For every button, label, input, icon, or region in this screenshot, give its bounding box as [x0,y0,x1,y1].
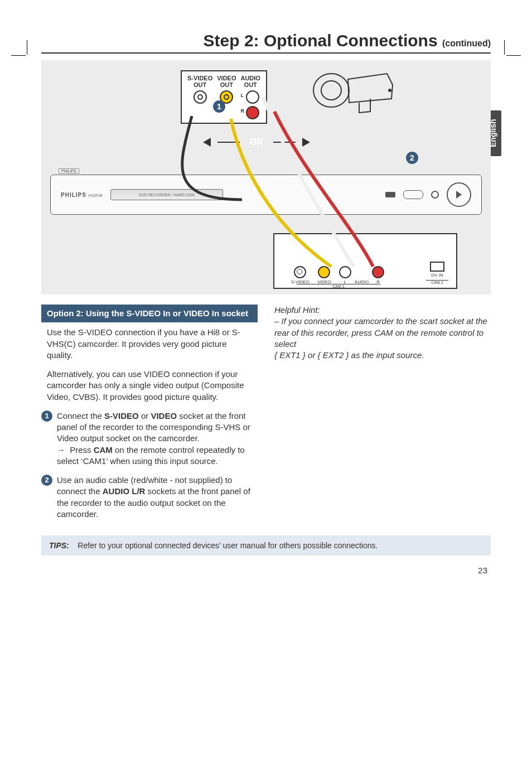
button-icon [403,190,423,199]
hint-label: Helpful Hint: [274,305,320,315]
fp-svideo: S-VIDEO [291,266,309,284]
fp-audio-label: AUDIO [355,268,369,284]
disc-slot: DVD RECORDER / HARD DISK [110,189,223,200]
cam1-label: CAM 1 [297,284,380,288]
svg-point-2 [388,89,391,92]
arrow-right-icon [302,138,310,147]
subbrand-text: HDRW [89,194,103,197]
arrow-icon: → [57,445,65,456]
paragraph: Use the S-VIDEO connection if you have a… [41,327,258,361]
arrow-left-icon [203,138,211,147]
svideo-jack-icon [194,90,207,104]
display-icon [385,192,395,197]
fp-audio-l: L [339,266,351,284]
page-title: Step 2: Optional Connections (continued) [41,31,491,54]
keyword: S-VIDEO [104,411,139,421]
label: OUT [240,81,260,88]
page-number: 23 [41,566,491,575]
play-knob-icon [447,182,471,207]
ext2: { EXT2 } [318,350,349,360]
heading-main: Step 2: Optional Connections [204,31,438,50]
callout-1: 1 [213,100,225,113]
camcorder-out-panel: S-VIDEO OUT VIDEO OUT AUDIO OUT L R [181,70,267,124]
dot-icon [431,191,439,199]
svideo-out-label: S-VIDEO OUT [187,75,212,104]
dvin-jack-icon [430,262,444,272]
camcorder-icon [309,68,398,118]
video-out-label: VIDEO OUT [217,75,236,104]
audio-l-jack-icon [339,266,351,278]
keyword: AUDIO L/R [103,486,146,496]
helpful-hint: Helpful Hint: – If you connect your camc… [274,305,491,361]
heading-continued: (continued) [442,38,491,48]
connection-diagram: S-VIDEO OUT VIDEO OUT AUDIO OUT L R [41,60,491,294]
cropmark [506,55,521,56]
step-badge: 2 [41,475,52,486]
l-label: L [240,93,244,99]
keyword: VIDEO [151,411,177,421]
hint-body: – If you connect your camcorder to the s… [274,316,487,349]
step-2: 2 Use an audio cable (red/white - not su… [41,475,258,520]
label: OUT [217,81,236,88]
tips-body: Refer to your optional connected devices… [78,541,378,550]
text: Press [67,445,94,455]
label: AUDIO [240,75,260,81]
fp-audio-r: R [372,266,384,284]
cropmark [504,40,505,55]
left-column: Option 2: Using the S-VIDEO In or VIDEO … [41,305,258,528]
tips-bar: TIPS: Refer to your optional connected d… [41,535,491,556]
callout-2: 2 [406,152,418,164]
recorder-device: PHILIPS PHILIPS HDRW DVD RECORDER / HARD… [50,175,482,215]
body-columns: Option 2: Using the S-VIDEO In or VIDEO … [41,305,491,528]
audio-r-jack-icon [372,266,384,278]
step-1: 1 Connect the S-VIDEO or VIDEO socket at… [41,410,258,467]
audio-r-jack-icon [246,106,259,119]
label: VIDEO [217,75,236,81]
ext1: { EXT1 } [274,350,306,360]
line [273,142,296,143]
line [217,142,240,143]
hint-or: or [306,350,318,360]
audio-out-label: AUDIO OUT L R [240,75,260,119]
brand-text: PHILIPS [61,192,86,198]
hint-post: as the input source. [349,350,424,360]
label: OUT [187,81,212,88]
fp-video: VIDEO [317,266,331,284]
cropmark [11,55,26,56]
audio-l-jack-icon [246,90,259,104]
tips-label: TIPS: [49,541,69,550]
text: or [139,411,151,421]
svideo-jack-icon [294,266,306,278]
text: Connect the [57,411,104,421]
r-label: R [240,109,244,114]
section-header: Option 2: Using the S-VIDEO In or VIDEO … [41,305,258,322]
video-jack-icon [318,266,330,278]
svg-point-0 [313,74,349,107]
or-indicator: OR [203,137,310,147]
flap-brand: PHILIPS [59,168,79,173]
step-badge: 1 [41,410,52,422]
svg-point-1 [321,81,341,100]
cam2-label: CAM 2 [426,280,448,284]
label: S-VIDEO [187,75,212,81]
page: Step 2: Optional Connections (continued)… [0,31,532,768]
keyword: CAM [94,445,113,455]
front-panel-detail: S-VIDEO VIDEO L AUDIO R [273,233,457,289]
brand-label: PHILIPS HDRW [61,192,103,198]
or-label: OR [246,137,267,147]
label: DV IN [431,273,443,278]
right-column: Helpful Hint: – If you connect your camc… [274,305,491,528]
paragraph: Alternatively, you can use VIDEO connect… [41,369,258,403]
cropmark [27,40,28,55]
